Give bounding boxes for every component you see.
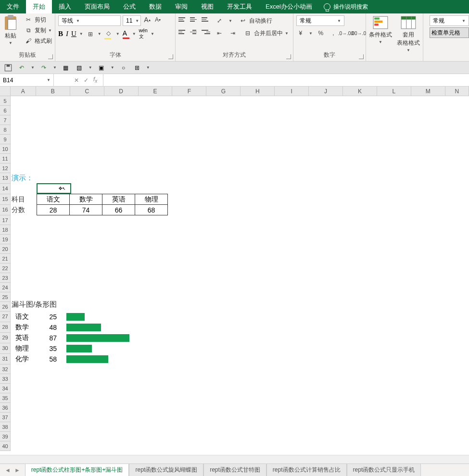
row-header-12[interactable]: 12: [0, 163, 11, 173]
qat-btn-5[interactable]: ⊞: [133, 63, 141, 72]
sheet-nav-next[interactable]: ►: [14, 467, 20, 474]
table-cell[interactable]: 物理: [135, 194, 168, 205]
row-header-25[interactable]: 25: [0, 292, 11, 302]
col-header-J[interactable]: J: [309, 87, 343, 96]
row-header-40[interactable]: 40: [0, 441, 11, 451]
qat-btn-4[interactable]: ○: [119, 63, 128, 72]
row-header-34[interactable]: 34: [0, 384, 11, 393]
table-cell[interactable]: 英语: [102, 194, 135, 205]
sheet-nav-prev[interactable]: ◄: [5, 467, 11, 474]
row-header-29[interactable]: 29: [0, 333, 11, 343]
comma-button[interactable]: ,: [329, 29, 338, 38]
decrease-decimal-button[interactable]: .00→.0: [354, 29, 363, 38]
row-header-31[interactable]: 31: [0, 354, 11, 364]
row-header-36[interactable]: 36: [0, 403, 11, 413]
row-header-32[interactable]: 32: [0, 364, 11, 374]
dialog-launcher-icon[interactable]: [286, 54, 291, 59]
dialog-launcher-icon[interactable]: [48, 54, 53, 59]
tab-data[interactable]: 数据: [142, 0, 168, 13]
undo-button[interactable]: ↶: [17, 63, 26, 72]
check-cell-button[interactable]: 检查单元格: [430, 27, 469, 38]
qat-btn-2[interactable]: ▧: [75, 63, 84, 72]
table-cell[interactable]: 74: [70, 205, 102, 215]
active-cell[interactable]: [37, 183, 71, 194]
italic-button[interactable]: I: [66, 30, 68, 38]
increase-indent-button[interactable]: ⇥: [228, 29, 237, 38]
sheet-tab[interactable]: rept函数公式只显示手机: [347, 463, 421, 476]
table-cell[interactable]: 66: [102, 205, 135, 215]
tab-page-layout[interactable]: 页面布局: [78, 0, 116, 13]
row-header-11[interactable]: 11: [0, 154, 11, 163]
col-header-I[interactable]: I: [275, 87, 309, 96]
spreadsheet-grid[interactable]: ABCDEFGHIJKLMN 5678910111213141516171819…: [0, 87, 469, 451]
row-header-14[interactable]: 14: [0, 184, 11, 194]
font-size-select[interactable]: 11▼: [123, 15, 141, 26]
row-header-26[interactable]: 26: [0, 302, 11, 312]
col-header-C[interactable]: C: [70, 87, 104, 96]
align-top-button[interactable]: [178, 17, 187, 24]
table-cell[interactable]: 数学: [70, 194, 102, 205]
sheet-tab[interactable]: rept函数公式甘特图: [203, 463, 266, 476]
row-header-13[interactable]: 13: [0, 173, 11, 184]
border-button[interactable]: ⊞: [86, 30, 95, 38]
enter-button[interactable]: ✓: [84, 77, 89, 84]
underline-button[interactable]: U: [71, 30, 76, 38]
wrap-text-button[interactable]: ↩自动换行: [237, 15, 274, 26]
redo-button[interactable]: ↷: [39, 63, 48, 72]
dialog-launcher-icon[interactable]: [168, 54, 173, 59]
row-header-15[interactable]: 15: [0, 194, 11, 205]
tab-developer[interactable]: 开发工具: [220, 0, 259, 13]
row-header-23[interactable]: 23: [0, 273, 11, 283]
row-header-19[interactable]: 19: [0, 235, 11, 244]
table-cell[interactable]: 28: [37, 205, 70, 215]
row-header-39[interactable]: 39: [0, 432, 11, 441]
row-header-24[interactable]: 24: [0, 283, 11, 292]
table-cell[interactable]: 语文: [37, 194, 70, 205]
percent-button[interactable]: %: [317, 29, 325, 38]
orientation-button[interactable]: ⤢: [215, 16, 224, 25]
row-header-33[interactable]: 33: [0, 374, 11, 384]
bold-button[interactable]: B: [58, 30, 63, 38]
row-header-16[interactable]: 16: [0, 205, 11, 215]
merge-center-button[interactable]: ⊟合并后居中▼: [242, 28, 290, 38]
dialog-launcher-icon[interactable]: [359, 54, 364, 59]
col-header-B[interactable]: B: [36, 87, 70, 96]
formula-input[interactable]: [103, 74, 469, 86]
row-header-38[interactable]: 38: [0, 422, 11, 432]
row-header-17[interactable]: 17: [0, 215, 11, 225]
tab-addin[interactable]: Excel办公小动画: [259, 0, 319, 13]
sheet-tab[interactable]: rept函数公式柱形图+条形图+漏斗图: [25, 463, 129, 476]
tab-insert[interactable]: 插入: [52, 0, 78, 13]
table-cell[interactable]: 68: [135, 205, 168, 215]
row-header-21[interactable]: 21: [0, 254, 11, 263]
col-header-A[interactable]: A: [11, 87, 36, 96]
tab-file[interactable]: 文件: [0, 0, 26, 13]
row-header-27[interactable]: 27: [0, 312, 11, 322]
qat-btn-3[interactable]: ▣: [97, 63, 106, 72]
align-right-button[interactable]: [202, 30, 210, 37]
cancel-button[interactable]: ✕: [74, 77, 79, 84]
copy-button[interactable]: ⧉复制▼: [24, 26, 52, 35]
align-left-button[interactable]: [178, 30, 187, 37]
fill-color-button[interactable]: ◇: [104, 29, 113, 39]
tell-me-search[interactable]: 操作说明搜索: [319, 0, 373, 13]
col-header-F[interactable]: F: [172, 87, 206, 96]
decrease-indent-button[interactable]: ⇤: [215, 29, 224, 38]
tab-formulas[interactable]: 公式: [116, 0, 142, 13]
qat-btn-1[interactable]: ▦: [62, 63, 70, 72]
fx-button[interactable]: fx: [93, 76, 97, 84]
row-header-6[interactable]: 6: [0, 106, 11, 115]
row-header-10[interactable]: 10: [0, 144, 11, 154]
row-header-20[interactable]: 20: [0, 244, 11, 254]
horizontal-scrollbar[interactable]: [0, 455, 469, 463]
style-select[interactable]: 常规▼: [430, 15, 469, 26]
col-header-M[interactable]: M: [411, 87, 445, 96]
col-header-E[interactable]: E: [139, 87, 173, 96]
tab-home[interactable]: 开始: [26, 0, 52, 13]
col-header-L[interactable]: L: [377, 87, 411, 96]
row-header-7[interactable]: 7: [0, 115, 11, 125]
format-painter-button[interactable]: 🖌格式刷: [24, 37, 52, 45]
font-name-select[interactable]: 等线▼: [58, 15, 121, 26]
col-header-N[interactable]: N: [445, 87, 469, 96]
tab-review[interactable]: 审阅: [168, 0, 194, 13]
